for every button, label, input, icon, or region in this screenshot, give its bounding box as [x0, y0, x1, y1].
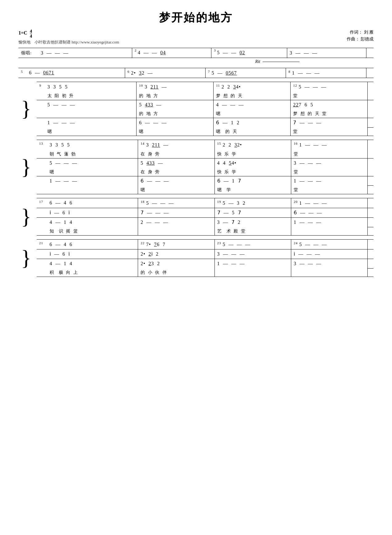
- m5-num: 5: [18, 68, 27, 78]
- brace-3: }: [18, 198, 37, 235]
- v1-m24: 24 5 — — —: [291, 240, 367, 249]
- row2-table: 5 6 — 0671 6 2• 32 — 7 5 — 0567 8 1 — — …: [18, 68, 374, 78]
- v3-m14: 6̇ — — —: [138, 176, 214, 186]
- v3-lyr2: 嗯 嗯 学 堂: [18, 186, 374, 194]
- measure-2: 2 4 — — 04: [132, 48, 211, 58]
- v3-row3: 4 — 1 4 2 — — — 3 — 7̇ 2 1 — — —: [18, 218, 374, 227]
- measure-4: 3 — — —: [287, 48, 366, 58]
- lyricist: 刘 雁: [364, 30, 374, 35]
- m9-label: 9: [37, 82, 45, 92]
- v3-m18: 2 — — —: [138, 218, 214, 227]
- header-left: 1=C 4 4 愉快地 小叶歌吉他扒谱制谱 http://www.xiaoyeg…: [18, 29, 119, 45]
- v2-m13: 5 — — —: [47, 158, 138, 168]
- lyr3-m20: [291, 227, 367, 236]
- section-21-24: } 21 6 — 4 6 22 7• 76 7 23 5 — — — 24 5 …: [18, 239, 374, 277]
- v2-lyr1-m11: 嗯: [214, 109, 291, 118]
- v2-lyr1-m9: [45, 109, 137, 118]
- v1-row1: } 9 3 3 5 5 10 3 211 — 11 2 2 34• 12 5 —…: [18, 82, 374, 92]
- v3-m15: 6̇ — 1 7̇: [214, 176, 291, 186]
- rit-text: Rit: [255, 59, 260, 64]
- lyricist-label: 作词：: [350, 30, 363, 35]
- v3-lyr3: 知 识 摇 篮 艺 术 殿 堂: [18, 227, 374, 236]
- section21-table: } 21 6 — 4 6 22 7• 76 7 23 5 — — — 24 5 …: [18, 239, 374, 277]
- v2-m20: 6̇ — — —: [291, 208, 367, 218]
- v3-m24: 3 — — —: [291, 259, 367, 269]
- row2-notes: 5 6 — 0671 6 2• 32 — 7 5 — 0567 8 1 — — …: [18, 68, 374, 78]
- v1-m20: 20 1 — — —: [291, 198, 367, 208]
- v1-m23: 23 5 — — —: [214, 240, 291, 249]
- brace-2: }: [18, 140, 37, 194]
- lyr3-m18: [138, 227, 214, 236]
- final-bar: [366, 48, 374, 58]
- v1-lyr2-m14: 在 身 旁: [138, 150, 214, 158]
- time-sig: 4 4: [30, 31, 32, 35]
- v3-m10: 6 — — —: [137, 118, 214, 128]
- section-intro: 领唱: 3 — — — 2 4 — — 04 3 5 — — 02 3 — —: [18, 48, 374, 65]
- v1-row2: } 13 3 3 5 5 14 3 211 — 15 2 2 32• 16 1 …: [18, 140, 374, 150]
- v3-m9: 1 — — —: [45, 118, 137, 128]
- v2-m19: 7̇ — 5 7̇: [214, 208, 291, 218]
- v2-lyr1-m12: 梦 想 的 天 堂: [291, 109, 368, 118]
- measure-3: 3 5 — — 02: [211, 48, 287, 58]
- v2-lyr2-m14: 在 身 旁: [138, 168, 214, 176]
- v1-m19: 19 5 — 3 2: [214, 198, 291, 208]
- m21-label: 21: [37, 240, 47, 249]
- v2-row2: 5 — — — 5 433 — 4 4 54• 3 — — —: [18, 158, 374, 168]
- v1-m21: 6 — 4 6: [47, 240, 138, 249]
- lyr4-m21: 积 极 向 上: [47, 268, 138, 277]
- v1-lyr2-m15: 快 乐 学: [214, 150, 291, 158]
- rit-marking: Rit: [18, 58, 300, 65]
- m13-label: 13: [37, 140, 47, 150]
- v2-m12: 227 6 5: [291, 100, 368, 110]
- v3-m17: 4 — 1 4: [47, 218, 138, 227]
- v1-lyr1: 太 阳 初 升 的 地 方 梦 想 的 天 堂: [18, 92, 374, 100]
- v3-row1: 1 — — — 6 — — — 6̇ — 1 2 7̇ — — —: [18, 118, 374, 128]
- header-row: 1=C 4 4 愉快地 小叶歌吉他扒谱制谱 http://www.xiaoyeg…: [18, 29, 374, 45]
- v1-m15: 15 2 2 32•: [214, 140, 291, 150]
- v2-m23: 3 — — —: [214, 249, 291, 259]
- v3-m16: 1 — — —: [291, 176, 367, 186]
- v1-lyr2-m16: 堂: [291, 150, 367, 158]
- tempo: 愉快地: [18, 40, 31, 44]
- v3-lyr1-m12: 堂: [291, 127, 368, 136]
- m17-label: 17: [37, 198, 47, 208]
- lyr3-m17: 知 识 摇 篮: [47, 227, 138, 236]
- v1-m9: 3 3 5 5: [45, 82, 137, 92]
- intro-table: 领唱: 3 — — — 2 4 — — 04 3 5 — — 02 3 — —: [18, 48, 374, 58]
- v2-lyr1: 的 地 方 嗯 梦 想 的 天 堂: [18, 109, 374, 118]
- v2-m10: 5 433 —: [137, 100, 214, 110]
- v3-lyr1-m9: 嗯: [45, 127, 137, 136]
- v2-row1: 5 — — — 5 433 — 4 — — — 227 6 5: [18, 100, 374, 110]
- v3-m20: 1 — — —: [291, 218, 367, 227]
- lyr4-m22: 的 小 伙 伴: [138, 268, 214, 277]
- song-title: 梦开始的地方: [18, 9, 374, 26]
- v3-m13: 1 — — —: [47, 176, 138, 186]
- v1-m16: 16 1 — — —: [291, 140, 367, 150]
- v2-lyr2: 嗯 在 身 旁 快 乐 学 堂: [18, 168, 374, 176]
- v1-row3: } 17 6 — 4 6 18 5 — — — 19 5 — 3 2 20 1 …: [18, 198, 374, 208]
- key-time: 1=C 4 4: [18, 29, 119, 39]
- v1-lyr1-m11: 梦 想 的 天: [214, 92, 291, 100]
- v2-m14: 5 433 —: [138, 158, 214, 168]
- section-row2: 5 6 — 0671 6 2• 32 — 7 5 — 0567 8 1 — — …: [18, 68, 374, 78]
- header-right: 作词： 刘 雁 作曲： 彭德成: [347, 29, 374, 43]
- v3-m21: 4 — 1 4: [47, 259, 138, 269]
- v1-m18: 18 5 — — —: [138, 198, 214, 208]
- section13-table: } 13 3 3 5 5 14 3 211 — 15 2 2 32• 16 1 …: [18, 140, 374, 194]
- v2-m11: 4 — — —: [214, 100, 291, 110]
- lyr4-m24: [291, 268, 367, 277]
- v1-lyr1-m12: 堂: [291, 92, 368, 100]
- rit-line: [263, 62, 300, 62]
- measure-7: 7 5 — 0567: [205, 68, 286, 78]
- v1-row4: } 21 6 — 4 6 22 7• 76 7 23 5 — — — 24 5 …: [18, 240, 374, 249]
- v1-lyr1-m9: 太 阳 初 升: [45, 92, 137, 100]
- v2-m18: 7̇ — — —: [138, 208, 214, 218]
- v1-m14: 14 3 211 —: [138, 140, 214, 150]
- v2-m24: i̇ — — —: [291, 249, 367, 259]
- v1-m22: 22 7• 76 7: [138, 240, 214, 249]
- key: 1=C: [18, 30, 27, 35]
- v1-m12: 12 5 — — —: [291, 82, 368, 92]
- section-17-20: } 17 6 — 4 6 18 5 — — — 19 5 — 3 2 20 1 …: [18, 198, 374, 236]
- v2-row4: i̇ — 6 i̇ 2• 2i̇ 2 3 — — — i̇ — — —: [18, 249, 374, 259]
- composer: 彭德成: [361, 37, 374, 41]
